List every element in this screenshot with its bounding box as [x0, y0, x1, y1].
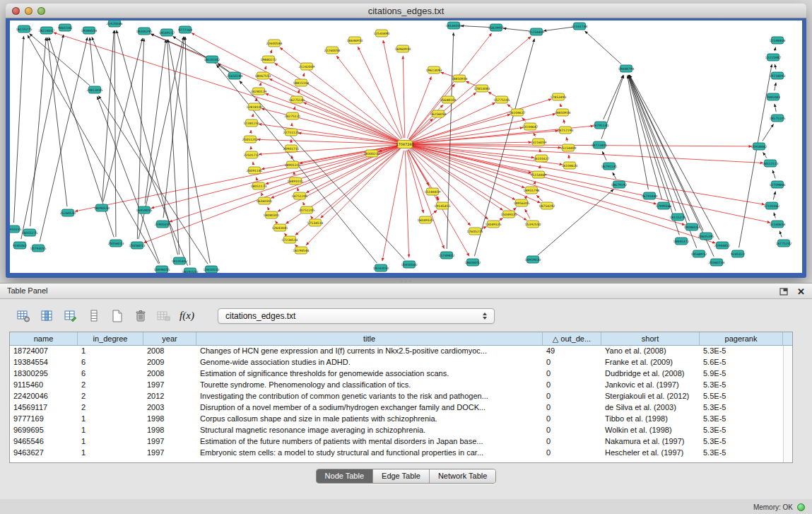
- network-edge[interactable]: [260, 83, 261, 86]
- network-edge[interactable]: [525, 209, 530, 218]
- network-edge[interactable]: [763, 152, 767, 158]
- cell-short[interactable]: Franke et al. (2009): [601, 357, 700, 368]
- network-canvas[interactable]: 1615527518224007946554619384554183002951…: [10, 21, 802, 273]
- network-node[interactable]: 14850934: [452, 75, 468, 82]
- network-node[interactable]: 18105302: [204, 56, 220, 63]
- network-edge[interactable]: [411, 142, 531, 144]
- network-node[interactable]: 18901311: [285, 161, 301, 168]
- network-edge[interactable]: [601, 75, 624, 139]
- network-node[interactable]: 16775202: [776, 240, 792, 247]
- cell-year[interactable]: 1997: [143, 436, 196, 448]
- column-header-in_degree[interactable]: in_degree: [78, 332, 143, 346]
- network-node[interactable]: 25056013: [108, 240, 124, 247]
- network-node[interactable]: 19734093: [770, 72, 786, 79]
- network-node[interactable]: 16275141: [289, 96, 305, 103]
- network-edge[interactable]: [540, 149, 541, 152]
- network-node[interactable]: 9465546: [58, 24, 72, 31]
- cell-title[interactable]: Embryonic stem cells: a model to study s…: [196, 448, 543, 459]
- network-node[interactable]: 14569117: [159, 29, 175, 36]
- cell-in-degree[interactable]: 1: [78, 436, 143, 448]
- cell-out-degree[interactable]: 0: [543, 436, 601, 448]
- network-edge[interactable]: [280, 47, 400, 140]
- network-edge[interactable]: [410, 148, 502, 210]
- network-edge[interactable]: [405, 151, 408, 257]
- network-node[interactable]: 18090550: [94, 204, 110, 211]
- cell-short[interactable]: Tibbo et al. (1998): [601, 414, 700, 425]
- window-close-button[interactable]: [12, 7, 20, 15]
- tab-node-table[interactable]: Node Table: [317, 469, 372, 483]
- network-edge[interactable]: [629, 75, 690, 221]
- network-node[interactable]: 13216059: [531, 139, 547, 146]
- network-edge[interactable]: [773, 192, 775, 200]
- cell-short[interactable]: Wolkin et al. (1998): [601, 425, 700, 436]
- network-edge[interactable]: [253, 114, 254, 117]
- network-node[interactable]: 10793055: [30, 245, 47, 252]
- table-mode-icon[interactable]: [14, 307, 33, 325]
- network-node[interactable]: 21944852: [714, 242, 731, 249]
- network-node[interactable]: 19243050: [373, 264, 389, 271]
- network-edge[interactable]: [103, 38, 143, 202]
- network-node[interactable]: 15392550: [525, 221, 541, 228]
- network-node[interactable]: 17999366: [656, 202, 672, 209]
- network-edge[interactable]: [775, 47, 775, 52]
- network-edge[interactable]: [514, 208, 517, 210]
- cell-in-degree[interactable]: 6: [78, 357, 143, 368]
- network-node[interactable]: 19568912: [691, 250, 707, 257]
- network-node[interactable]: 18679192: [611, 181, 628, 188]
- network-edge[interactable]: [90, 37, 94, 83]
- column-header-out_de[interactable]: △ out_de...: [543, 332, 601, 346]
- network-edge[interactable]: [295, 245, 296, 246]
- network-edge[interactable]: [75, 146, 399, 211]
- network-edge[interactable]: [461, 25, 490, 27]
- network-edge[interactable]: [410, 36, 531, 140]
- cell-short[interactable]: Jankovic et al. (1997): [601, 380, 700, 391]
- network-edge[interactable]: [604, 75, 623, 119]
- cell-title[interactable]: Changes of HCN gene expression and I(f) …: [196, 346, 543, 357]
- network-edge[interactable]: [613, 173, 616, 179]
- cell-in-degree[interactable]: 1: [78, 448, 143, 459]
- network-node[interactable]: 9245062: [13, 242, 27, 249]
- network-node[interactable]: 19880272: [261, 56, 277, 63]
- cell-out-degree[interactable]: 0: [543, 380, 601, 391]
- network-node[interactable]: 19384554: [81, 27, 98, 34]
- network-edge[interactable]: [775, 104, 776, 112]
- table-row[interactable]: 1938455462009Genome-wide association stu…: [10, 357, 792, 368]
- network-node[interactable]: 16960910: [395, 45, 411, 52]
- network-edge[interactable]: [775, 83, 776, 90]
- network-node[interactable]: 15154409: [560, 144, 577, 151]
- cell-in-degree[interactable]: 1: [78, 414, 143, 425]
- column-header-name[interactable]: name: [10, 332, 78, 346]
- network-node[interactable]: 12650550: [204, 266, 220, 273]
- network-node[interactable]: 20901711: [283, 145, 300, 152]
- network-edge[interactable]: [534, 133, 536, 136]
- network-node[interactable]: 9245022: [731, 250, 745, 257]
- row-height-icon[interactable]: [84, 307, 103, 325]
- network-edge[interactable]: [21, 35, 64, 239]
- cell-title[interactable]: Genome-wide association studies in ADHD.: [196, 357, 543, 368]
- network-node[interactable]: 13049325: [486, 221, 502, 228]
- network-edge[interactable]: [306, 148, 401, 245]
- cell-pagerank[interactable]: 5.3E-5: [700, 414, 783, 425]
- network-edge[interactable]: [257, 177, 257, 180]
- network-node[interactable]: 19613093: [426, 66, 442, 74]
- network-node[interactable]: 22260058: [324, 47, 341, 54]
- network-edge[interactable]: [284, 233, 286, 235]
- cell-year[interactable]: 1997: [143, 448, 196, 459]
- network-node[interactable]: 16959020: [525, 256, 541, 263]
- network-edge[interactable]: [240, 81, 405, 259]
- network-node[interactable]: 21905055: [155, 221, 171, 228]
- network-graph[interactable]: 1615527518224007946554619384554183002951…: [10, 21, 802, 273]
- network-edge[interactable]: [739, 64, 772, 247]
- network-edge[interactable]: [172, 36, 229, 72]
- network-node[interactable]: 17853083: [474, 85, 490, 92]
- network-node[interactable]: 15648104: [440, 96, 457, 103]
- network-edge[interactable]: [145, 40, 166, 204]
- network-edge[interactable]: [628, 75, 676, 211]
- network-edge[interactable]: [538, 189, 614, 256]
- network-node[interactable]: 17853493: [551, 93, 567, 100]
- network-edge[interactable]: [536, 195, 543, 201]
- network-edge[interactable]: [628, 76, 662, 200]
- network-node[interactable]: 12543490: [374, 30, 390, 37]
- network-edge[interactable]: [779, 230, 782, 237]
- network-node[interactable]: 22420046: [107, 21, 123, 27]
